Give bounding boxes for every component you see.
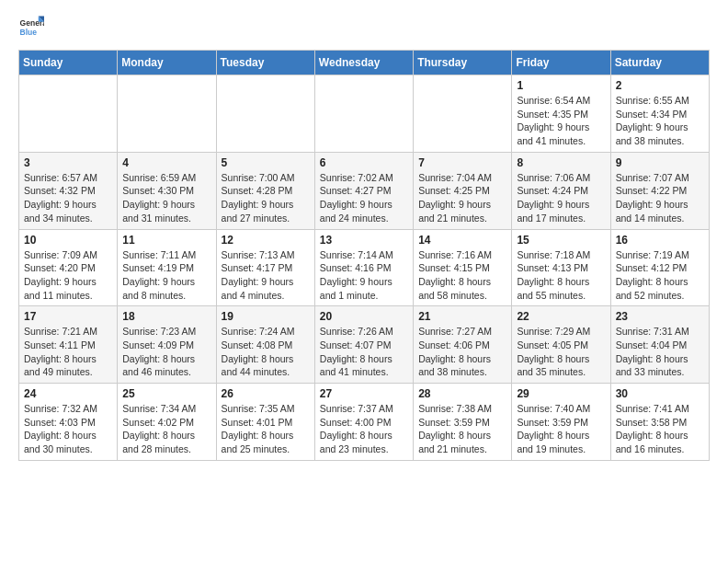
- calendar-cell: 7Sunrise: 7:04 AMSunset: 4:25 PMDaylight…: [414, 152, 512, 229]
- calendar-cell: 25Sunrise: 7:34 AMSunset: 4:02 PMDayligh…: [118, 384, 216, 461]
- day-number: 16: [616, 234, 704, 247]
- calendar-cell: 2Sunrise: 6:55 AMSunset: 4:34 PMDaylight…: [610, 75, 709, 153]
- calendar-cell: 12Sunrise: 7:13 AMSunset: 4:17 PMDayligh…: [216, 229, 314, 306]
- day-number: 26: [222, 387, 310, 400]
- day-number: 27: [320, 387, 408, 400]
- day-info: Sunrise: 7:37 AMSunset: 4:00 PMDaylight:…: [320, 402, 408, 456]
- calendar-table: SundayMondayTuesdayWednesdayThursdayFrid…: [18, 50, 710, 461]
- column-header-monday: Monday: [118, 51, 216, 75]
- day-info: Sunrise: 7:18 AMSunset: 4:13 PMDaylight:…: [517, 248, 605, 303]
- day-number: 6: [320, 156, 408, 169]
- calendar-cell: [216, 75, 314, 153]
- day-info: Sunrise: 7:40 AMSunset: 3:59 PMDaylight:…: [517, 402, 605, 456]
- day-info: Sunrise: 7:41 AMSunset: 3:58 PMDaylight:…: [616, 402, 704, 456]
- column-header-sunday: Sunday: [19, 51, 118, 75]
- day-info: Sunrise: 7:14 AMSunset: 4:16 PMDaylight:…: [320, 248, 408, 303]
- day-info: Sunrise: 6:57 AMSunset: 4:32 PMDaylight:…: [24, 171, 112, 225]
- calendar-cell: 17Sunrise: 7:21 AMSunset: 4:11 PMDayligh…: [19, 306, 118, 384]
- day-info: Sunrise: 7:19 AMSunset: 4:12 PMDaylight:…: [616, 248, 704, 303]
- day-info: Sunrise: 7:23 AMSunset: 4:09 PMDaylight:…: [122, 325, 210, 379]
- day-number: 15: [517, 234, 605, 247]
- day-number: 18: [122, 310, 210, 323]
- day-number: 4: [122, 156, 210, 169]
- day-number: 10: [24, 234, 112, 247]
- calendar-cell: 26Sunrise: 7:35 AMSunset: 4:01 PMDayligh…: [216, 384, 314, 461]
- day-info: Sunrise: 6:59 AMSunset: 4:30 PMDaylight:…: [122, 171, 210, 225]
- day-number: 28: [418, 387, 506, 400]
- day-info: Sunrise: 7:32 AMSunset: 4:03 PMDaylight:…: [24, 402, 112, 456]
- day-info: Sunrise: 7:34 AMSunset: 4:02 PMDaylight:…: [122, 402, 210, 456]
- day-number: 29: [517, 387, 605, 400]
- day-info: Sunrise: 7:13 AMSunset: 4:17 PMDaylight:…: [222, 248, 310, 303]
- day-number: 5: [222, 156, 310, 169]
- day-info: Sunrise: 7:35 AMSunset: 4:01 PMDaylight:…: [222, 402, 310, 456]
- column-header-friday: Friday: [512, 51, 610, 75]
- calendar-cell: 18Sunrise: 7:23 AMSunset: 4:09 PMDayligh…: [118, 306, 216, 384]
- calendar-cell: [414, 75, 512, 153]
- day-info: Sunrise: 7:09 AMSunset: 4:20 PMDaylight:…: [24, 248, 112, 303]
- day-info: Sunrise: 7:06 AMSunset: 4:24 PMDaylight:…: [517, 171, 605, 225]
- calendar-week-2: 3Sunrise: 6:57 AMSunset: 4:32 PMDaylight…: [19, 152, 710, 229]
- calendar-cell: 11Sunrise: 7:11 AMSunset: 4:19 PMDayligh…: [118, 229, 216, 306]
- day-info: Sunrise: 7:21 AMSunset: 4:11 PMDaylight:…: [24, 325, 112, 379]
- day-number: 17: [24, 310, 112, 323]
- logo-icon: General Blue: [18, 15, 44, 40]
- page-header: General Blue: [18, 15, 710, 40]
- day-number: 11: [122, 234, 210, 247]
- calendar-cell: [314, 75, 413, 153]
- calendar-cell: 1Sunrise: 6:54 AMSunset: 4:35 PMDaylight…: [512, 75, 610, 153]
- day-info: Sunrise: 7:26 AMSunset: 4:07 PMDaylight:…: [320, 325, 408, 379]
- day-number: 2: [616, 79, 704, 92]
- day-info: Sunrise: 7:04 AMSunset: 4:25 PMDaylight:…: [418, 171, 506, 225]
- day-number: 13: [320, 234, 408, 247]
- svg-text:Blue: Blue: [20, 28, 38, 37]
- day-number: 14: [418, 234, 506, 247]
- calendar-week-1: 1Sunrise: 6:54 AMSunset: 4:35 PMDaylight…: [19, 75, 710, 153]
- calendar-cell: [19, 75, 118, 153]
- day-info: Sunrise: 7:38 AMSunset: 3:59 PMDaylight:…: [418, 402, 506, 456]
- calendar-cell: 30Sunrise: 7:41 AMSunset: 3:58 PMDayligh…: [610, 384, 709, 461]
- calendar-cell: 22Sunrise: 7:29 AMSunset: 4:05 PMDayligh…: [512, 306, 610, 384]
- day-info: Sunrise: 7:07 AMSunset: 4:22 PMDaylight:…: [616, 171, 704, 225]
- column-header-wednesday: Wednesday: [314, 51, 413, 75]
- day-number: 1: [517, 79, 605, 92]
- calendar-cell: 3Sunrise: 6:57 AMSunset: 4:32 PMDaylight…: [19, 152, 118, 229]
- calendar-header-row: SundayMondayTuesdayWednesdayThursdayFrid…: [19, 51, 710, 75]
- calendar-cell: 29Sunrise: 7:40 AMSunset: 3:59 PMDayligh…: [512, 384, 610, 461]
- calendar-cell: 13Sunrise: 7:14 AMSunset: 4:16 PMDayligh…: [314, 229, 413, 306]
- day-info: Sunrise: 7:31 AMSunset: 4:04 PMDaylight:…: [616, 325, 704, 379]
- day-number: 30: [616, 387, 704, 400]
- calendar-cell: [118, 75, 216, 153]
- calendar-cell: 21Sunrise: 7:27 AMSunset: 4:06 PMDayligh…: [414, 306, 512, 384]
- day-number: 21: [418, 310, 506, 323]
- day-number: 12: [222, 234, 310, 247]
- calendar-cell: 19Sunrise: 7:24 AMSunset: 4:08 PMDayligh…: [216, 306, 314, 384]
- calendar-week-5: 24Sunrise: 7:32 AMSunset: 4:03 PMDayligh…: [19, 384, 710, 461]
- day-info: Sunrise: 6:55 AMSunset: 4:34 PMDaylight:…: [616, 94, 704, 148]
- calendar-cell: 27Sunrise: 7:37 AMSunset: 4:00 PMDayligh…: [314, 384, 413, 461]
- day-number: 25: [122, 387, 210, 400]
- calendar-cell: 9Sunrise: 7:07 AMSunset: 4:22 PMDaylight…: [610, 152, 709, 229]
- day-number: 19: [222, 310, 310, 323]
- day-number: 20: [320, 310, 408, 323]
- day-number: 9: [616, 156, 704, 169]
- calendar-cell: 5Sunrise: 7:00 AMSunset: 4:28 PMDaylight…: [216, 152, 314, 229]
- day-info: Sunrise: 7:11 AMSunset: 4:19 PMDaylight:…: [122, 248, 210, 303]
- logo: General Blue: [18, 15, 44, 40]
- day-info: Sunrise: 6:54 AMSunset: 4:35 PMDaylight:…: [517, 94, 605, 148]
- calendar-cell: 6Sunrise: 7:02 AMSunset: 4:27 PMDaylight…: [314, 152, 413, 229]
- column-header-tuesday: Tuesday: [216, 51, 314, 75]
- column-header-thursday: Thursday: [414, 51, 512, 75]
- day-number: 22: [517, 310, 605, 323]
- day-info: Sunrise: 7:24 AMSunset: 4:08 PMDaylight:…: [222, 325, 310, 379]
- day-info: Sunrise: 7:00 AMSunset: 4:28 PMDaylight:…: [222, 171, 310, 225]
- column-header-saturday: Saturday: [610, 51, 709, 75]
- day-info: Sunrise: 7:02 AMSunset: 4:27 PMDaylight:…: [320, 171, 408, 225]
- calendar-cell: 4Sunrise: 6:59 AMSunset: 4:30 PMDaylight…: [118, 152, 216, 229]
- day-number: 23: [616, 310, 704, 323]
- calendar-cell: 10Sunrise: 7:09 AMSunset: 4:20 PMDayligh…: [19, 229, 118, 306]
- calendar-body: 1Sunrise: 6:54 AMSunset: 4:35 PMDaylight…: [19, 75, 710, 461]
- calendar-cell: 24Sunrise: 7:32 AMSunset: 4:03 PMDayligh…: [19, 384, 118, 461]
- calendar-cell: 23Sunrise: 7:31 AMSunset: 4:04 PMDayligh…: [610, 306, 709, 384]
- calendar-cell: 14Sunrise: 7:16 AMSunset: 4:15 PMDayligh…: [414, 229, 512, 306]
